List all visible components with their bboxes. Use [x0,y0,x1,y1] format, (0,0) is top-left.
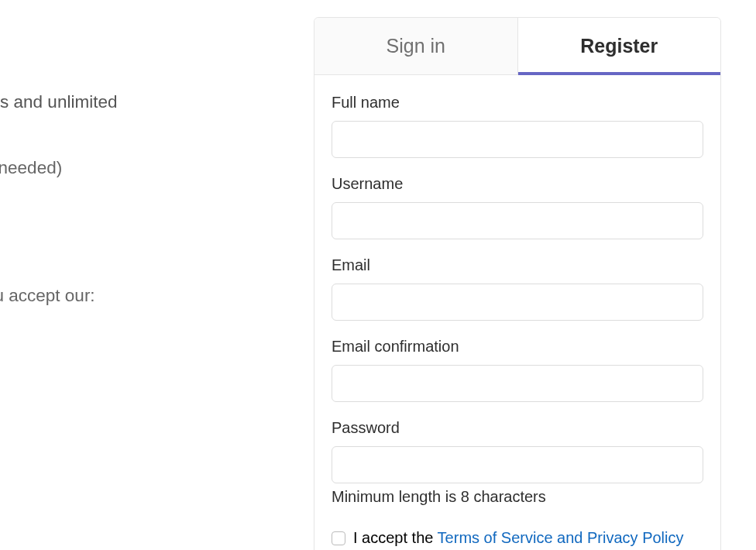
email-confirm-label: Email confirmation [332,338,703,356]
username-label: Username [332,175,703,193]
terms-link[interactable]: Terms of Service and Privacy Policy [438,529,684,546]
email-confirm-input[interactable] [332,365,703,402]
tab-register[interactable]: Register [518,18,721,75]
email-group: Email [332,256,703,321]
tab-signin[interactable]: Sign in [314,18,518,75]
fullname-input[interactable] [332,121,703,158]
username-group: Username [332,175,703,239]
info-link-row-3: n [0,209,240,236]
fullname-label: Full name [332,94,703,112]
password-hint: Minimum length is 8 characters [332,488,703,506]
info-link-1-suffix: (no login needed) [0,158,62,177]
info-links: .com (no login needed) tLab.com n [0,155,240,236]
password-label: Password [332,419,703,437]
info-link-row-2: tLab.com [0,182,240,209]
accept-terms-checkbox[interactable] [332,531,345,545]
username-input[interactable] [332,202,703,239]
password-input[interactable] [332,446,703,483]
accept-terms-prefix: I accept the [353,529,438,546]
accept-terms-row: I accept the Terms of Service and Privac… [332,529,703,547]
auth-card: Sign in Register Full name Username Emai… [314,17,721,550]
auth-tabs: Sign in Register [314,18,720,75]
fullname-group: Full name [332,94,703,158]
accept-terms-text: I accept the Terms of Service and Privac… [353,529,683,547]
password-group: Password Minimum length is 8 characters [332,419,703,506]
info-tos-line: this service you accept our: [0,283,240,310]
email-input[interactable] [332,284,703,321]
info-link-row-1: .com (no login needed) [0,155,240,182]
info-panel: ate) repositories and unlimited .com (no… [0,89,240,309]
email-label: Email [332,256,703,274]
register-form: Full name Username Email Email confirmat… [314,75,720,550]
info-line-1: ate) repositories and unlimited [0,89,240,116]
email-confirm-group: Email confirmation [332,338,703,402]
